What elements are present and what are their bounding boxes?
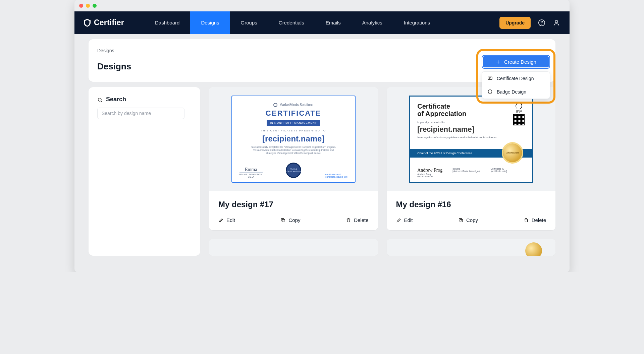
cert2-presented: is proudly presented to [417, 121, 497, 124]
cert2-title2: of Appreciation [417, 110, 466, 117]
design-card-peek[interactable] [209, 239, 378, 256]
plus-icon [495, 59, 501, 65]
delete-label: Delete [354, 217, 368, 223]
nav-emails[interactable]: Emails [315, 11, 352, 34]
qr-code-icon [513, 114, 525, 125]
search-label-text: Search [106, 96, 126, 103]
cert2-partner: gojo [516, 109, 522, 113]
dropdown-certificate-design[interactable]: Certificate Design [482, 72, 550, 85]
create-button-label: Create Design [504, 59, 536, 65]
window-minimize-icon[interactable] [86, 4, 90, 8]
cert-subbar: IN NONPROFIT MANAGEMENT [267, 120, 320, 126]
cert2-col3-value: [certificate.uuid] [491, 170, 507, 172]
nav-designs[interactable]: Designs [190, 11, 230, 34]
edit-label: Edit [404, 217, 413, 223]
cert-presented: THIS CERTIFICATE IS PRESENTED TO [241, 129, 345, 132]
copy-icon [458, 218, 464, 223]
trash-icon [524, 218, 529, 223]
svg-rect-6 [460, 219, 463, 222]
delete-button[interactable]: Delete [524, 217, 546, 223]
cert-recipient: [recipient.name] [241, 134, 345, 143]
search-input[interactable] [97, 108, 184, 119]
search-panel: Search [89, 87, 200, 256]
copy-label: Copy [466, 217, 478, 223]
help-icon[interactable] [538, 19, 545, 26]
search-icon [97, 97, 103, 102]
award-medal-icon: AWARD 2024 [503, 143, 522, 162]
certificate-preview: Certificateof Appreciation is proudly pr… [409, 96, 533, 183]
svg-point-2 [555, 20, 557, 22]
copy-icon [280, 218, 286, 223]
cert-signer-role: CEO [248, 176, 254, 178]
cert2-signer-name: Andrew Frog [417, 173, 442, 175]
svg-rect-7 [459, 218, 462, 221]
brand-name: Certifier [94, 18, 124, 27]
cert2-signer-role: GOJO Founder [417, 175, 442, 178]
edit-button[interactable]: Edit [218, 217, 235, 223]
design-title: My design #16 [387, 191, 556, 216]
svg-rect-8 [488, 77, 492, 79]
edit-button[interactable]: Edit [396, 217, 413, 223]
certificate-preview: MarketMinds Solutions CERTIFICATE IN NON… [231, 96, 356, 183]
trash-icon [346, 218, 351, 223]
svg-rect-5 [281, 218, 284, 221]
copy-button[interactable]: Copy [458, 217, 478, 223]
pencil-icon [396, 218, 401, 223]
cert-heading: CERTIFICATE [241, 109, 345, 118]
cert2-title1: Certificate [417, 103, 450, 110]
delete-button[interactable]: Delete [346, 217, 368, 223]
svg-rect-4 [282, 219, 285, 222]
delete-label: Delete [532, 217, 546, 223]
nav-integrations[interactable]: Integrations [393, 11, 441, 34]
svg-point-3 [98, 98, 101, 101]
nav-dashboard[interactable]: Dashboard [144, 11, 190, 34]
edit-label: Edit [226, 217, 235, 223]
cert2-recipient: [recipient.name] [417, 125, 497, 134]
copy-label: Copy [288, 217, 300, 223]
design-thumbnail: MarketMinds Solutions CERTIFICATE IN NON… [209, 87, 378, 191]
cert-signer-name: EMMA JOHNSON [239, 173, 263, 176]
copy-button[interactable]: Copy [280, 217, 300, 223]
create-design-button[interactable]: Create Design [482, 55, 550, 69]
certificate-icon [487, 76, 493, 81]
design-card-peek[interactable] [387, 239, 556, 256]
badge-icon [487, 89, 493, 95]
cert2-sig-script: Andrew Frog [417, 168, 442, 173]
cert-body: has successfully completed the "Manageme… [241, 145, 345, 155]
top-navbar: Certifier Dashboard Designs Groups Crede… [74, 11, 570, 34]
window-close-icon[interactable] [79, 4, 83, 8]
seal-icon: Verified Certificate 2024 [286, 163, 301, 178]
cert-meta-uuid: [certificate.uuid] [325, 173, 347, 176]
dropdown-item-label: Badge Design [497, 89, 526, 95]
window-titlebar [74, 0, 570, 11]
cert2-desc: In recognition of visionary guidance and… [417, 136, 497, 139]
window-maximize-icon[interactable] [93, 4, 97, 8]
search-label: Search [97, 96, 192, 103]
design-card[interactable]: MarketMinds Solutions CERTIFICATE IN NON… [209, 87, 378, 230]
nav-credentials[interactable]: Credentials [268, 11, 315, 34]
upgrade-button[interactable]: Upgrade [499, 17, 531, 29]
cert2-col2-value: [date:certificate.issued_on] [452, 170, 480, 172]
pencil-icon [218, 218, 224, 223]
cert2-col2-label: Issuing [452, 168, 480, 170]
designs-grid: MarketMinds Solutions CERTIFICATE IN NON… [209, 87, 555, 256]
dropdown-item-label: Certificate Design [497, 76, 534, 81]
cert2-col3-label: Certificate ID [491, 168, 507, 170]
cert-meta-date: [certificate.issued_on] [325, 176, 347, 178]
nav-analytics[interactable]: Analytics [352, 11, 393, 34]
create-design-dropdown: Certificate Design Badge Design [482, 71, 550, 99]
nav-groups[interactable]: Groups [230, 11, 268, 34]
cert-brand: MarketMinds Solutions [279, 103, 313, 107]
design-card[interactable]: Certificateof Appreciation is proudly pr… [387, 87, 556, 230]
design-title: My design #17 [209, 191, 378, 216]
brand-logo[interactable]: Certifier [84, 18, 124, 27]
dropdown-badge-design[interactable]: Badge Design [482, 85, 550, 99]
svg-point-1 [541, 24, 542, 24]
brand-logo-icon [84, 19, 91, 27]
profile-icon[interactable] [553, 19, 560, 26]
create-design-highlight: Create Design Certificate Design Badge D… [476, 49, 555, 104]
